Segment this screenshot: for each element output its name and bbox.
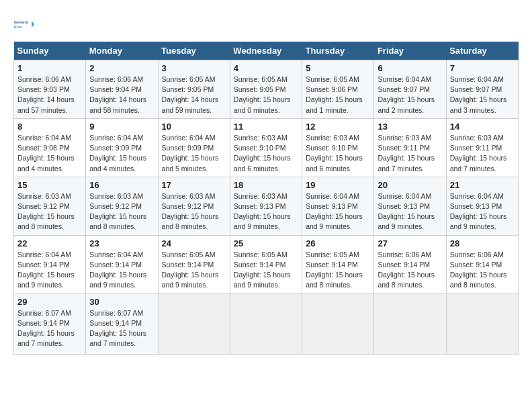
day-number: 27 [378,238,442,248]
day-number: 29 [17,297,82,307]
calendar-day-cell: 21Sunrise: 6:04 AM Sunset: 9:13 PM Dayli… [446,177,518,235]
calendar-week-row: 15Sunrise: 6:03 AM Sunset: 9:12 PM Dayli… [14,177,519,235]
day-number: 15 [17,180,82,190]
day-number: 18 [234,180,298,190]
calendar-day-cell: 14Sunrise: 6:03 AM Sunset: 9:11 PM Dayli… [446,118,518,177]
calendar-day-cell: 30Sunrise: 6:07 AM Sunset: 9:14 PM Dayli… [86,293,158,354]
calendar-day-cell: 7Sunrise: 6:04 AM Sunset: 9:07 PM Daylig… [446,60,518,119]
calendar-day-cell [446,293,518,354]
calendar-day-cell: 25Sunrise: 6:05 AM Sunset: 9:14 PM Dayli… [230,235,302,293]
day-info: Sunrise: 6:04 AM Sunset: 9:07 PM Dayligh… [450,75,515,116]
day-number: 2 [89,63,154,73]
day-info: Sunrise: 6:04 AM Sunset: 9:14 PM Dayligh… [89,250,154,291]
calendar-day-cell [374,293,446,354]
day-number: 8 [17,122,82,132]
day-info: Sunrise: 6:03 AM Sunset: 9:11 PM Dayligh… [450,133,515,174]
day-info: Sunrise: 6:04 AM Sunset: 9:14 PM Dayligh… [17,250,82,291]
svg-text:Blue: Blue [14,25,22,29]
day-of-week-header: Saturday [446,42,518,60]
day-info: Sunrise: 6:04 AM Sunset: 9:13 PM Dayligh… [378,191,442,232]
day-number: 30 [89,297,154,307]
day-number: 16 [89,180,154,190]
day-of-week-header: Friday [374,42,446,60]
day-number: 19 [306,180,370,190]
calendar-day-cell: 12Sunrise: 6:03 AM Sunset: 9:10 PM Dayli… [302,118,374,177]
day-info: Sunrise: 6:03 AM Sunset: 9:12 PM Dayligh… [17,191,82,232]
day-number: 24 [162,238,226,248]
day-info: Sunrise: 6:07 AM Sunset: 9:14 PM Dayligh… [17,308,82,349]
calendar-day-cell: 4Sunrise: 6:05 AM Sunset: 9:05 PM Daylig… [230,60,302,119]
calendar-day-cell: 5Sunrise: 6:05 AM Sunset: 9:06 PM Daylig… [302,60,374,119]
day-number: 4 [234,63,298,73]
day-info: Sunrise: 6:03 AM Sunset: 9:12 PM Dayligh… [162,191,226,232]
calendar-day-cell [158,293,230,354]
calendar-day-cell: 17Sunrise: 6:03 AM Sunset: 9:12 PM Dayli… [158,177,230,235]
calendar-day-cell: 19Sunrise: 6:04 AM Sunset: 9:13 PM Dayli… [302,177,374,235]
day-info: Sunrise: 6:05 AM Sunset: 9:14 PM Dayligh… [306,250,370,291]
day-number: 20 [378,180,442,190]
calendar-header-row: SundayMondayTuesdayWednesdayThursdayFrid… [14,42,519,60]
day-info: Sunrise: 6:06 AM Sunset: 9:14 PM Dayligh… [450,250,515,291]
day-info: Sunrise: 6:04 AM Sunset: 9:13 PM Dayligh… [306,191,370,232]
day-info: Sunrise: 6:07 AM Sunset: 9:14 PM Dayligh… [89,308,154,349]
calendar-day-cell: 23Sunrise: 6:04 AM Sunset: 9:14 PM Dayli… [86,235,158,293]
day-of-week-header: Sunday [14,42,86,60]
day-number: 26 [306,238,370,248]
day-info: Sunrise: 6:04 AM Sunset: 9:13 PM Dayligh… [450,191,515,232]
day-info: Sunrise: 6:06 AM Sunset: 9:04 PM Dayligh… [89,75,154,116]
day-number: 5 [306,63,370,73]
day-info: Sunrise: 6:06 AM Sunset: 9:03 PM Dayligh… [17,75,82,116]
day-number: 13 [378,122,442,132]
day-number: 17 [162,180,226,190]
calendar-day-cell: 15Sunrise: 6:03 AM Sunset: 9:12 PM Dayli… [14,177,86,235]
day-number: 3 [162,63,226,73]
calendar-day-cell: 27Sunrise: 6:06 AM Sunset: 9:14 PM Dayli… [374,235,446,293]
day-number: 7 [450,63,515,73]
calendar-day-cell: 26Sunrise: 6:05 AM Sunset: 9:14 PM Dayli… [302,235,374,293]
calendar-day-cell: 28Sunrise: 6:06 AM Sunset: 9:14 PM Dayli… [446,235,518,293]
day-info: Sunrise: 6:03 AM Sunset: 9:13 PM Dayligh… [234,191,298,232]
day-info: Sunrise: 6:06 AM Sunset: 9:14 PM Dayligh… [378,250,442,291]
calendar-table: SundayMondayTuesdayWednesdayThursdayFrid… [13,42,519,355]
day-number: 22 [17,238,82,248]
calendar-day-cell [230,293,302,354]
calendar-day-cell: 3Sunrise: 6:05 AM Sunset: 9:05 PM Daylig… [158,60,230,119]
day-info: Sunrise: 6:04 AM Sunset: 9:07 PM Dayligh… [378,75,442,116]
day-number: 28 [450,238,515,248]
day-number: 11 [234,122,298,132]
calendar-week-row: 1Sunrise: 6:06 AM Sunset: 9:03 PM Daylig… [14,60,519,119]
calendar-day-cell: 11Sunrise: 6:03 AM Sunset: 9:10 PM Dayli… [230,118,302,177]
calendar-day-cell: 29Sunrise: 6:07 AM Sunset: 9:14 PM Dayli… [14,293,86,354]
day-number: 6 [378,63,442,73]
calendar-day-cell: 10Sunrise: 6:04 AM Sunset: 9:09 PM Dayli… [158,118,230,177]
calendar-day-cell: 13Sunrise: 6:03 AM Sunset: 9:11 PM Dayli… [374,118,446,177]
day-of-week-header: Tuesday [158,42,230,60]
day-info: Sunrise: 6:04 AM Sunset: 9:08 PM Dayligh… [17,133,82,174]
day-info: Sunrise: 6:04 AM Sunset: 9:09 PM Dayligh… [89,133,154,174]
day-info: Sunrise: 6:03 AM Sunset: 9:11 PM Dayligh… [378,133,442,174]
calendar-day-cell [302,293,374,354]
svg-marker-2 [32,21,34,28]
day-number: 25 [234,238,298,248]
logo-icon: GeneralBlue [13,13,35,35]
calendar-day-cell: 9Sunrise: 6:04 AM Sunset: 9:09 PM Daylig… [86,118,158,177]
calendar-day-cell: 1Sunrise: 6:06 AM Sunset: 9:03 PM Daylig… [14,60,86,119]
logo: GeneralBlue [13,13,35,35]
day-info: Sunrise: 6:03 AM Sunset: 9:12 PM Dayligh… [89,191,154,232]
day-number: 10 [162,122,226,132]
day-info: Sunrise: 6:04 AM Sunset: 9:09 PM Dayligh… [162,133,226,174]
calendar-day-cell: 22Sunrise: 6:04 AM Sunset: 9:14 PM Dayli… [14,235,86,293]
calendar-day-cell: 2Sunrise: 6:06 AM Sunset: 9:04 PM Daylig… [86,60,158,119]
page-header: GeneralBlue [13,13,519,35]
calendar-week-row: 22Sunrise: 6:04 AM Sunset: 9:14 PM Dayli… [14,235,519,293]
day-number: 1 [17,63,82,73]
day-number: 23 [89,238,154,248]
day-number: 21 [450,180,515,190]
calendar-week-row: 29Sunrise: 6:07 AM Sunset: 9:14 PM Dayli… [14,293,519,354]
day-info: Sunrise: 6:05 AM Sunset: 9:05 PM Dayligh… [162,75,226,116]
calendar-week-row: 8Sunrise: 6:04 AM Sunset: 9:08 PM Daylig… [14,118,519,177]
day-info: Sunrise: 6:05 AM Sunset: 9:06 PM Dayligh… [306,75,370,116]
svg-text:General: General [14,20,28,24]
day-of-week-header: Monday [86,42,158,60]
day-info: Sunrise: 6:05 AM Sunset: 9:14 PM Dayligh… [162,250,226,291]
